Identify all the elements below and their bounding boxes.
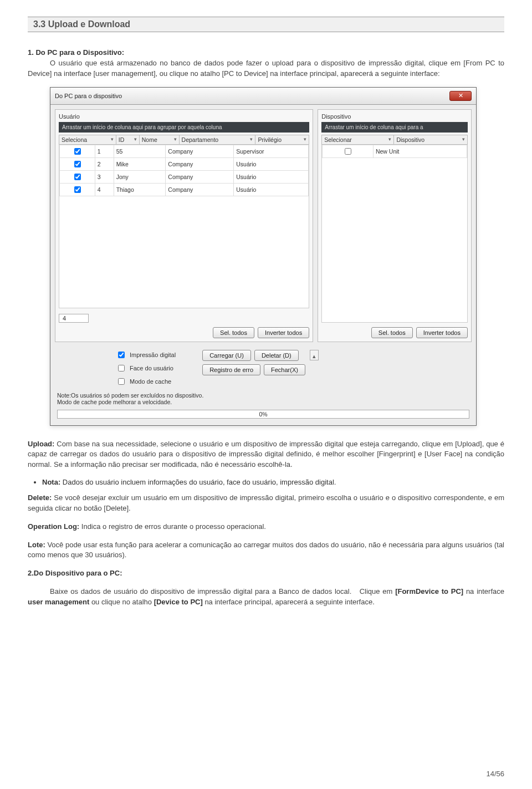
device-groupbar: Arrastar um início de coluna aqui para a <box>321 122 468 133</box>
col-dev-sel[interactable]: Selecionar▾ <box>322 135 394 144</box>
paragraph-2: Baixe os dados de usuário do dispositivo… <box>28 587 504 608</box>
col-nome[interactable]: Nome▾ <box>139 135 179 144</box>
progress-bar: 0% <box>57 410 469 419</box>
user-panel-label: Usuário <box>59 113 309 120</box>
user-panel: Usuário Arrastar um início de coluna aqu… <box>55 109 313 342</box>
delete-label: Delete: <box>28 493 52 502</box>
dev-invert-all-button[interactable]: Inverter todos <box>416 327 468 338</box>
dev-select-all-button[interactable]: Sel. todos <box>371 327 413 338</box>
close-button[interactable]: ✕ <box>449 91 472 101</box>
para1-lead: 1. Do PC para o Dispositivo: <box>28 48 124 57</box>
device-panel-label: Dispositivo <box>321 113 468 120</box>
paragraph-1: 1. Do PC para o Dispositivo: O usuário q… <box>28 48 504 79</box>
delete-paragraph: Delete: Se você desejar excluir um usuár… <box>28 493 504 514</box>
upload-text: Com base na sua necessidade, selecione o… <box>28 440 504 469</box>
col-dep[interactable]: Departamento▾ <box>179 135 255 144</box>
nota-list: Nota: Nota: Dados do usuário incluem inf… <box>42 478 504 486</box>
note-line-2: Modo de cache pode melhorar a velocidade… <box>57 399 472 405</box>
table-row[interactable]: 2MikeCompanyUsuário <box>60 157 309 170</box>
table-row[interactable]: 155CompanySupervisor <box>60 145 309 157</box>
fingerprint-checkbox[interactable]: Impressão digital <box>116 350 176 360</box>
table-row[interactable]: 3JonyCompanyUsuário <box>60 170 309 183</box>
device-panel: Dispositivo Arrastar um início de coluna… <box>318 109 472 342</box>
oplog-text: Indica o registro de erros durante o pro… <box>79 522 266 531</box>
user-table: Seleciona▾ ID▾ Nome▾ Departamento▾ Privi… <box>59 135 309 145</box>
table-row[interactable]: New Unit <box>323 145 467 157</box>
para1-body: O usuário que está armazenado no banco d… <box>28 59 504 78</box>
upload-label: Upload: <box>28 440 54 448</box>
col-id[interactable]: ID▾ <box>116 135 139 144</box>
heading-2: 2.Do Dispositivo para o PC: <box>28 568 504 579</box>
close-dialog-button[interactable]: Fechar(X) <box>264 364 305 375</box>
errorlog-button[interactable]: Registro de erro <box>202 364 260 375</box>
dialog-title: Do PC para o dispositivo <box>55 93 122 99</box>
upload-paragraph: Upload: Com base na sua necessidade, sel… <box>28 439 504 471</box>
note-line-1: Note:Os usuários só podem ser excluídos … <box>57 392 472 399</box>
col-priv[interactable]: Privilégio▾ <box>255 135 309 144</box>
userface-checkbox[interactable]: Face do usuário <box>116 363 176 373</box>
oplog-label: Operation Log: <box>28 522 79 531</box>
delete-button[interactable]: Deletar (D) <box>254 350 299 361</box>
invert-all-button[interactable]: Inverter todos <box>258 327 309 338</box>
cachemode-checkbox[interactable]: Modo de cache <box>116 376 176 386</box>
section-header: 3.3 Upload e Download <box>28 17 504 32</box>
collapse-arrow-icon[interactable]: ▴ <box>310 350 319 360</box>
lote-label: Lote: <box>28 541 45 549</box>
lote-paragraph: Lote: Você pode usar esta função para ac… <box>28 540 504 561</box>
col-dev-name[interactable]: Dispositivo▾ <box>394 135 468 144</box>
delete-text: Se você desejar excluir um usuário em um… <box>28 493 504 512</box>
upload-dialog: Do PC para o dispositivo ✕ Usuário Arras… <box>50 87 477 426</box>
device-table: Selecionar▾ Dispositivo▾ <box>321 135 468 145</box>
select-all-button[interactable]: Sel. todos <box>213 327 254 338</box>
row-counter: 4 <box>59 314 89 323</box>
lote-text: Você pode usar esta função para acelerar… <box>28 541 504 559</box>
col-sel[interactable]: Seleciona▾ <box>59 135 116 144</box>
upload-button[interactable]: Carregar (U) <box>202 350 251 361</box>
oplog-paragraph: Operation Log: Indica o registro de erro… <box>28 522 504 532</box>
dialog-titlebar: Do PC para o dispositivo ✕ <box>50 88 476 105</box>
nota-bullet: Nota: Nota: Dados do usuário incluem inf… <box>42 478 504 486</box>
user-groupbar: Arrastar um início de coluna aqui para a… <box>59 122 309 133</box>
table-row[interactable]: 4ThiagoCompanyUsuário <box>60 183 309 196</box>
